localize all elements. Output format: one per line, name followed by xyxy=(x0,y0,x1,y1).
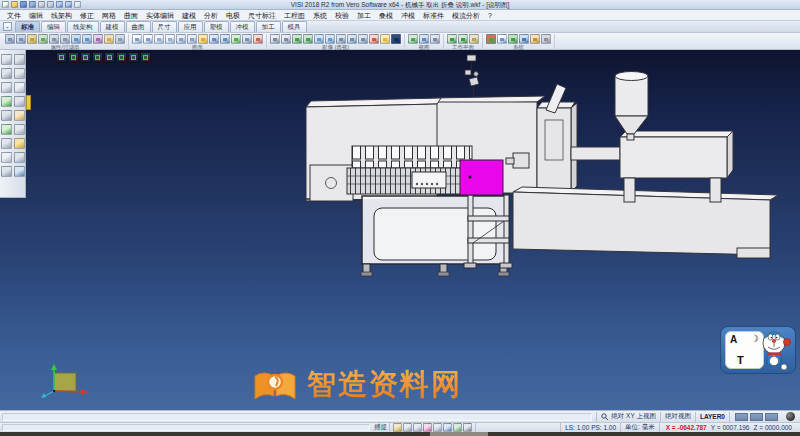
render-settings-icon[interactable] xyxy=(369,34,379,44)
filter-points-icon[interactable] xyxy=(49,34,59,44)
dock-tab-highlight[interactable] xyxy=(26,95,31,110)
view-top-icon[interactable] xyxy=(56,52,67,63)
workplane-align-icon[interactable] xyxy=(458,34,468,44)
unblank-icon[interactable] xyxy=(187,34,197,44)
shaded-view-icon[interactable] xyxy=(292,34,302,44)
perspective-view-icon[interactable] xyxy=(325,34,335,44)
menu-item[interactable]: 线架构 xyxy=(47,10,76,21)
layer-manager-icon[interactable] xyxy=(27,34,37,44)
view-bottom-icon[interactable] xyxy=(68,52,79,63)
menu-item[interactable]: 系统 xyxy=(309,10,331,21)
sb-wire-icon[interactable] xyxy=(1,82,12,93)
menu-item[interactable]: 尺寸标注 xyxy=(244,10,280,21)
toolbar-tab[interactable]: 应用 xyxy=(178,21,203,32)
system-calendar-icon[interactable] xyxy=(519,34,529,44)
redraw-icon[interactable] xyxy=(132,34,142,44)
fill-color-swatch[interactable] xyxy=(750,413,763,421)
snap-intersect-icon[interactable] xyxy=(443,423,452,432)
hidden-line-view-icon[interactable] xyxy=(281,34,291,44)
menu-item[interactable]: 标准件 xyxy=(419,10,448,21)
zoom-fit-icon[interactable] xyxy=(408,34,418,44)
toolbar-tab[interactable]: 建模 xyxy=(100,21,125,32)
show-all-icon[interactable] xyxy=(165,34,175,44)
sb-clamp-icon[interactable] xyxy=(14,54,25,65)
collapse-toolbar-button[interactable]: - xyxy=(3,22,12,31)
toolbar-tab[interactable]: 编辑 xyxy=(41,21,66,32)
hide-entity-icon[interactable] xyxy=(154,34,164,44)
workplane-origin-icon[interactable] xyxy=(469,34,479,44)
menu-item[interactable]: 网格 xyxy=(98,10,120,21)
toolbar-tab[interactable]: 塑模 xyxy=(204,21,229,32)
menu-item[interactable]: 模流分析 xyxy=(448,10,484,21)
system-colors-icon[interactable] xyxy=(486,34,496,44)
menu-item[interactable]: 工程图 xyxy=(280,10,309,21)
sb-globe-icon[interactable] xyxy=(14,166,25,177)
snap-toggle-icon[interactable] xyxy=(393,423,402,432)
menu-item[interactable]: 加工 xyxy=(353,10,375,21)
copy-entity-icon[interactable] xyxy=(242,34,252,44)
view-front-icon[interactable] xyxy=(80,52,91,63)
menu-item[interactable]: ? xyxy=(484,10,496,21)
attribute-paint-icon[interactable] xyxy=(5,34,15,44)
menu-item[interactable]: 实体编辑 xyxy=(142,10,178,21)
toolbar-tab[interactable]: 标准 xyxy=(15,21,40,32)
sb-solid-icon[interactable] xyxy=(1,110,12,121)
snap-endpoint-icon[interactable] xyxy=(403,423,412,432)
sb-gear-icon[interactable] xyxy=(1,166,12,177)
wireframe-view-icon[interactable] xyxy=(270,34,280,44)
lighting-icon[interactable] xyxy=(380,34,390,44)
sb-verify-icon[interactable] xyxy=(1,124,12,135)
sb-doc-icon[interactable] xyxy=(1,152,12,163)
regen-all-icon[interactable] xyxy=(143,34,153,44)
menu-item[interactable]: 建模 xyxy=(178,10,200,21)
toolbar-tab[interactable]: 尺寸 xyxy=(152,21,177,32)
sb-macro-icon[interactable] xyxy=(14,138,25,149)
render-sphere-icon[interactable] xyxy=(786,412,795,421)
layer-segment[interactable]: LAYER0 xyxy=(695,412,729,422)
line-color-swatch[interactable] xyxy=(735,413,748,421)
sb-box-icon[interactable] xyxy=(14,152,25,163)
menu-item[interactable]: 文件 xyxy=(3,10,25,21)
delete-entity-icon[interactable] xyxy=(253,34,263,44)
sb-open-icon[interactable] xyxy=(1,54,12,65)
filter-all-icon[interactable] xyxy=(38,34,48,44)
system-tools-icon[interactable] xyxy=(541,34,551,44)
filter-solids-icon[interactable] xyxy=(82,34,92,44)
system-refresh-icon[interactable] xyxy=(508,34,518,44)
menu-item[interactable]: 电极 xyxy=(222,10,244,21)
view-name-segment[interactable]: 绝对视图 xyxy=(660,412,695,422)
menu-item[interactable]: 冲模 xyxy=(397,10,419,21)
sb-check-icon[interactable] xyxy=(1,96,12,107)
dynamic-pan-icon[interactable] xyxy=(347,34,357,44)
selection-mode-icon[interactable] xyxy=(115,34,125,44)
toolbar-tab[interactable]: 模具 xyxy=(282,21,307,32)
sb-round-icon[interactable] xyxy=(14,110,25,121)
highlight-icon[interactable] xyxy=(198,34,208,44)
menu-item[interactable]: 曲面 xyxy=(120,10,142,21)
toolbar-tab[interactable]: 冲模 xyxy=(230,21,255,32)
previous-view-icon[interactable] xyxy=(430,34,440,44)
zoom-window-icon[interactable] xyxy=(419,34,429,44)
menu-item[interactable]: 叠模 xyxy=(375,10,397,21)
toolbar-tab[interactable]: 曲面 xyxy=(126,21,151,32)
sb-spring-icon[interactable] xyxy=(14,68,25,79)
menu-item[interactable]: 修正 xyxy=(76,10,98,21)
blank-icon[interactable] xyxy=(176,34,186,44)
viewport-3d[interactable]: 智造资料网 A ☽ T xyxy=(0,50,800,410)
system-window-icon[interactable] xyxy=(497,34,507,44)
workplane-icon[interactable] xyxy=(447,34,457,44)
sb-drill-icon[interactable] xyxy=(14,96,25,107)
view-trimetric-icon[interactable] xyxy=(140,52,151,63)
menu-item[interactable]: 分析 xyxy=(200,10,222,21)
view-iso-icon[interactable] xyxy=(128,52,139,63)
dynamic-zoom-icon[interactable] xyxy=(358,34,368,44)
filter-curves-icon[interactable] xyxy=(60,34,70,44)
quick-filter-icon[interactable] xyxy=(104,34,114,44)
filter-surfaces-icon[interactable] xyxy=(71,34,81,44)
snap-quadrant-icon[interactable] xyxy=(433,423,442,432)
toolbar-tab[interactable]: 加工 xyxy=(256,21,281,32)
attribute-match-icon[interactable] xyxy=(16,34,26,44)
layer-color-swatch[interactable] xyxy=(765,413,778,421)
sb-tool-icon[interactable] xyxy=(14,124,25,135)
snap-rotate-icon[interactable] xyxy=(453,423,462,432)
